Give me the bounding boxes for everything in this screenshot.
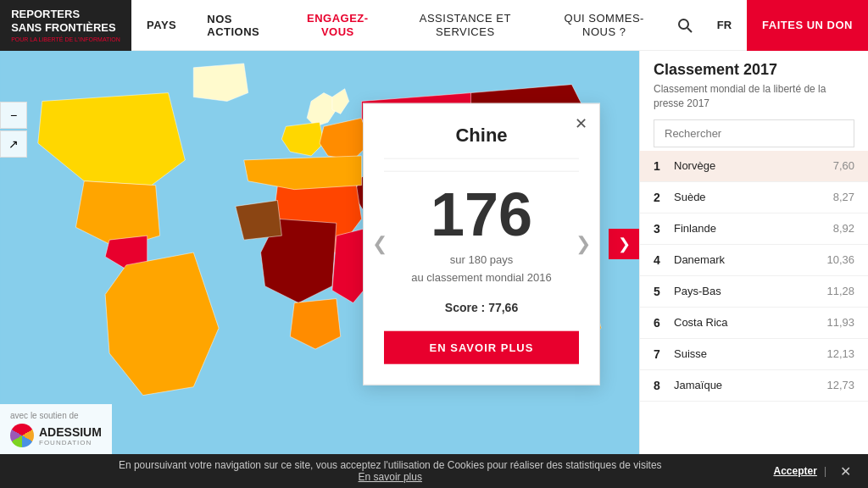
lang-selector[interactable]: FR	[710, 15, 738, 35]
nav-assistance[interactable]: Assistance et services	[390, 0, 541, 50]
header-right: FR FAITES UN DON	[668, 0, 868, 51]
nav-pays[interactable]: PAYS	[131, 0, 192, 50]
rank-score: 11,93	[826, 316, 854, 329]
arrow-right-icon: ❯	[618, 235, 631, 253]
popup-score-value: 77,66	[488, 300, 518, 313]
svg-point-0	[679, 19, 688, 29]
rank-number: 7	[654, 347, 674, 361]
rank-number: 4	[654, 253, 674, 267]
sponsor-sub: FOUNDATION	[39, 439, 102, 446]
map-controls: − ↗	[0, 102, 27, 159]
cookie-close-button[interactable]: ✕	[840, 463, 851, 480]
popup-rank-sub: sur 180 pays au classement mondial 2016	[384, 252, 579, 287]
sponsor-area: avec le soutien de ADESSIUM FOUNDATION	[0, 404, 112, 454]
rank-number: 6	[654, 316, 674, 330]
logo-text-line2: SANS FRONTIÈRES	[11, 21, 120, 35]
share-button[interactable]: ↗	[0, 130, 27, 158]
ranking-row[interactable]: 8 Jamaïque 12,73	[640, 370, 868, 402]
rank-score: 8,27	[833, 191, 854, 203]
rankings-sidebar: Classement 2017 Classement mondial de la…	[639, 51, 868, 454]
nav-engagez-vous[interactable]: ENGAGEZ-VOUS	[286, 0, 390, 50]
nav-qui-sommes[interactable]: Qui sommes-nous ?	[541, 0, 668, 50]
ranking-row[interactable]: 1 Norvège 7,60	[640, 151, 868, 182]
rank-score: 12,13	[826, 347, 854, 360]
rank-country: Pays-Bas	[674, 285, 826, 297]
search-button[interactable]	[668, 8, 702, 42]
minus-icon: −	[10, 108, 17, 122]
rank-score: 10,36	[826, 253, 854, 266]
sidebar-header: Classement 2017 Classement mondial de la…	[640, 51, 868, 151]
country-search-input[interactable]	[654, 119, 854, 147]
sponsor-label: avec le soutien de	[10, 411, 102, 420]
ranking-row[interactable]: 2 Suède 8,27	[640, 182, 868, 214]
logo-text-line1: REPORTERS	[11, 8, 120, 21]
rank-country: Suisse	[674, 347, 826, 360]
popup-next-button[interactable]: ❯	[576, 233, 591, 255]
sidebar-subtitle: Classement mondial de la liberté de la p…	[654, 82, 854, 111]
ranking-row[interactable]: 7 Suisse 12,13	[640, 339, 868, 370]
cookie-banner: En poursuivant votre navigation sur ce s…	[0, 454, 868, 488]
cookie-accept-button[interactable]: Accepter	[774, 465, 817, 477]
zoom-out-button[interactable]: −	[0, 102, 27, 129]
rank-score: 11,28	[826, 285, 854, 297]
ranking-row[interactable]: 3 Finlande 8,92	[640, 214, 868, 245]
rank-number: 5	[654, 285, 674, 298]
popup-divider	[384, 171, 579, 172]
sponsor-logo: ADESSIUM FOUNDATION	[10, 424, 102, 447]
popup-rank: 176	[384, 184, 579, 245]
main-nav: PAYS NOS ACTIONS ENGAGEZ-VOUS Assistance…	[131, 0, 668, 50]
rank-country: Suède	[674, 191, 833, 203]
sponsor-icon	[10, 424, 34, 447]
popup-score-label: Score :	[445, 300, 485, 313]
logo[interactable]: REPORTERS SANS FRONTIÈRES POUR LA LIBERT…	[0, 0, 131, 51]
sidebar-title: Classement 2017	[654, 61, 854, 79]
rankings-list: 1 Norvège 7,60 2 Suède 8,27 3 Finlande 8…	[640, 151, 868, 402]
rank-number: 2	[654, 191, 674, 204]
rank-number: 3	[654, 222, 674, 236]
sponsor-name: ADESSIUM	[39, 425, 102, 439]
ranking-row[interactable]: 5 Pays-Bas 11,28	[640, 276, 868, 308]
share-icon: ↗	[8, 137, 19, 151]
cookie-learn-more-link[interactable]: En savoir plus	[359, 471, 422, 483]
nav-nos-actions[interactable]: NOS ACTIONS	[192, 0, 286, 50]
ranking-row[interactable]: 4 Danemark 10,36	[640, 245, 868, 276]
popup-close-button[interactable]: ✕	[575, 114, 587, 133]
rank-score: 7,60	[833, 159, 854, 172]
logo-sub: POUR LA LIBERTÉ DE L'INFORMATION	[11, 36, 120, 42]
rank-score: 8,92	[833, 222, 854, 235]
rank-country: Norvège	[674, 159, 833, 172]
cookie-separator: |	[824, 465, 826, 477]
search-icon	[677, 18, 693, 33]
rank-country: Costa Rica	[674, 316, 826, 329]
header: REPORTERS SANS FRONTIÈRES POUR LA LIBERT…	[0, 0, 868, 51]
popup-score: Score : 77,66	[384, 300, 579, 313]
rank-country: Finlande	[674, 222, 833, 235]
rank-country: Jamaïque	[674, 379, 826, 391]
svg-line-1	[687, 28, 692, 32]
map-next-button[interactable]: ❯	[609, 229, 639, 259]
rank-number: 1	[654, 159, 674, 173]
ranking-row[interactable]: 6 Costa Rica 11,93	[640, 308, 868, 339]
popup-country-name: Chine	[384, 125, 579, 159]
country-popup: ✕ Chine 176 sur 180 pays au classement m…	[363, 103, 600, 385]
rank-number: 8	[654, 379, 674, 392]
popup-cta-button[interactable]: EN SAVOIR PLUS	[384, 330, 579, 363]
popup-prev-button[interactable]: ❮	[372, 233, 387, 255]
rank-country: Danemark	[674, 253, 826, 266]
cookie-text: En poursuivant votre navigation sur ce s…	[17, 459, 764, 483]
don-button[interactable]: FAITES UN DON	[747, 0, 868, 51]
rank-score: 12,73	[826, 379, 854, 391]
